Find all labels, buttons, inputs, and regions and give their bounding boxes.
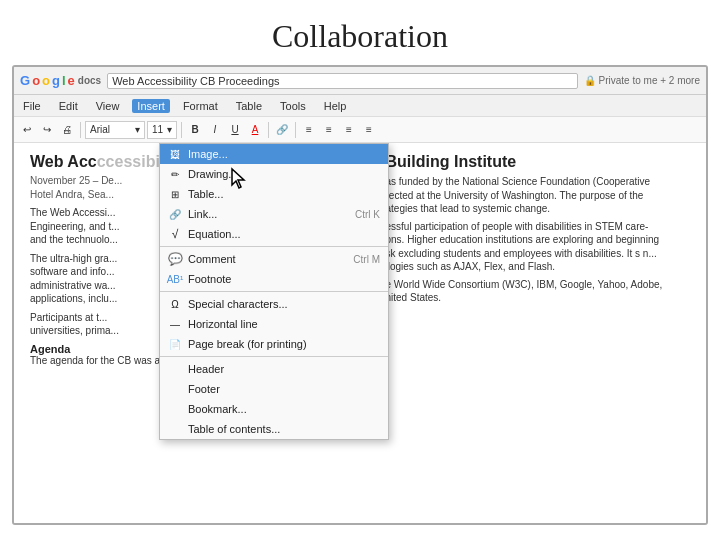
link-shortcut: Ctrl K [355,209,380,220]
menu-table[interactable]: Table [231,99,267,113]
logo-docs-text: docs [78,75,101,86]
size-dropdown-arrow: ▾ [167,124,172,135]
menu-item-link[interactable]: 🔗 Link... Ctrl K [160,204,388,224]
toolbar-sep-1 [80,122,81,138]
logo-g2: g [52,73,60,88]
page-break-icon: 📄 [168,337,182,351]
equation-icon: √ [168,227,182,241]
menu-help[interactable]: Help [319,99,352,113]
text-color-button[interactable]: A [246,121,264,139]
image-label: Image... [188,148,380,160]
address-url[interactable]: Web Accessibility CB Proceedings [107,73,578,89]
header-label: Header [188,363,380,375]
toolbar-sep-3 [268,122,269,138]
footer-icon [168,382,182,396]
bookmark-label: Bookmark... [188,403,380,415]
dropdown-sep-1 [160,246,388,247]
menu-item-equation[interactable]: √ Equation... [160,224,388,244]
image-icon: 🖼 [168,147,182,161]
link-icon: 🔗 [168,207,182,221]
font-size-selector[interactable]: 11 ▾ [147,121,177,139]
toolbar: ↩ ↪ 🖨 Arial ▾ 11 ▾ B I U A 🔗 ≡ ≡ ≡ ≡ [14,117,706,143]
menu-file[interactable]: File [18,99,46,113]
link-label: Link... [188,208,349,220]
menu-tools[interactable]: Tools [275,99,311,113]
special-chars-label: Special characters... [188,298,380,310]
logo-o1: o [32,73,40,88]
horizontal-line-icon: — [168,317,182,331]
dropdown-sep-3 [160,356,388,357]
font-name: Arial [90,124,110,135]
special-chars-icon: Ω [168,297,182,311]
logo-e: e [68,73,75,88]
right-para2: essful participation of people with disa… [386,220,691,274]
toc-icon [168,422,182,436]
print-button[interactable]: 🖨 [58,121,76,139]
sharing-status: Private to me + 2 more [599,75,700,86]
menu-insert[interactable]: Insert [132,99,170,113]
address-bar: Google docs Web Accessibility CB Proceed… [14,67,706,95]
font-size-value: 11 [152,124,163,135]
redo-button[interactable]: ↪ [38,121,56,139]
menu-item-footnote[interactable]: AB¹ Footnote [160,269,388,289]
menu-item-footer[interactable]: Footer [160,379,388,399]
menu-bar: File Edit View Insert Format Table Tools… [14,95,706,117]
dropdown-sep-2 [160,291,388,292]
align-left-button[interactable]: ≡ [300,121,318,139]
title-area: Collaboration [0,0,720,65]
link-button[interactable]: 🔗 [273,121,291,139]
menu-format[interactable]: Format [178,99,223,113]
align-justify-button[interactable]: ≡ [360,121,378,139]
menu-item-bookmark[interactable]: Bookmark... [160,399,388,419]
footnote-icon: AB¹ [168,272,182,286]
comment-shortcut: Ctrl M [353,254,380,265]
toolbar-sep-4 [295,122,296,138]
logo-l: l [62,73,66,88]
font-dropdown-arrow: ▾ [135,124,140,135]
menu-item-image[interactable]: 🖼 Image... [160,144,388,164]
menu-item-table[interactable]: ⊞ Table... [160,184,388,204]
menu-view[interactable]: View [91,99,125,113]
doc-area: Web Accccessibility CB Proceedings Novem… [14,143,706,525]
logo-g: G [20,73,30,88]
menu-item-page-break[interactable]: 📄 Page break (for printing) [160,334,388,354]
menu-item-drawing[interactable]: ✏ Drawing... [160,164,388,184]
right-para3: e World Wide Consortium (W3C), IBM, Goog… [386,278,691,305]
comment-icon: 💬 [168,252,182,266]
browser-frame: Google docs Web Accessibility CB Proceed… [12,65,708,525]
equation-label: Equation... [188,228,380,240]
menu-edit[interactable]: Edit [54,99,83,113]
lock-icon-area: 🔒 Private to me + 2 more [584,75,700,86]
google-docs-logo: Google docs [20,73,101,88]
table-label: Table... [188,188,380,200]
font-selector[interactable]: Arial ▾ [85,121,145,139]
lock-icon: 🔒 [584,75,596,86]
italic-button[interactable]: I [206,121,224,139]
institute-title: Building Institute [386,153,691,171]
undo-button[interactable]: ↩ [18,121,36,139]
menu-item-toc[interactable]: Table of contents... [160,419,388,439]
footer-label: Footer [188,383,380,395]
table-icon: ⊞ [168,187,182,201]
toc-label: Table of contents... [188,423,380,435]
align-center-button[interactable]: ≡ [320,121,338,139]
page-break-label: Page break (for printing) [188,338,380,350]
right-para1: as funded by the National Science Founda… [386,175,691,216]
menu-item-special-chars[interactable]: Ω Special characters... [160,294,388,314]
menu-item-comment[interactable]: 💬 Comment Ctrl M [160,249,388,269]
bold-button[interactable]: B [186,121,204,139]
footnote-label: Footnote [188,273,380,285]
underline-button[interactable]: U [226,121,244,139]
header-icon [168,362,182,376]
drawing-icon: ✏ [168,167,182,181]
toolbar-sep-2 [181,122,182,138]
align-right-button[interactable]: ≡ [340,121,358,139]
insert-dropdown-menu: 🖼 Image... ✏ Drawing... ⊞ Table... 🔗 Lin… [159,143,389,440]
bookmark-icon [168,402,182,416]
drawing-label: Drawing... [188,168,380,180]
comment-label: Comment [188,253,347,265]
logo-o2: o [42,73,50,88]
horizontal-line-label: Horizontal line [188,318,380,330]
menu-item-horizontal-line[interactable]: — Horizontal line [160,314,388,334]
menu-item-header[interactable]: Header [160,359,388,379]
